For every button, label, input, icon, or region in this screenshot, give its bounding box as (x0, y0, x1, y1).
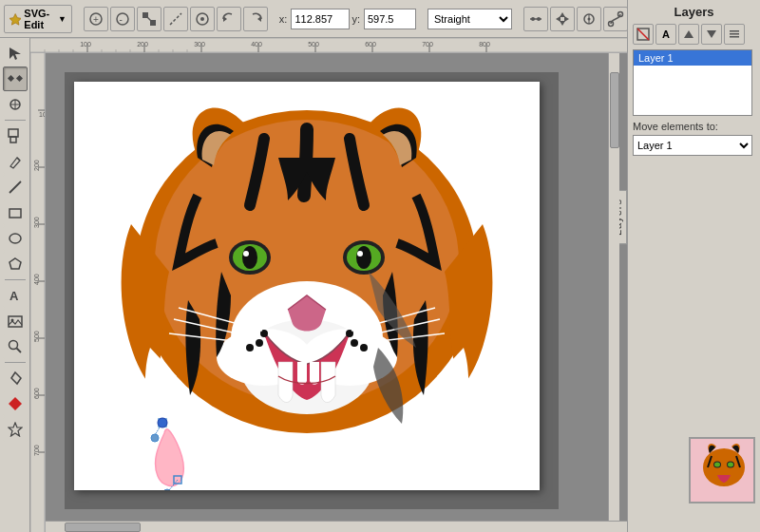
zoom-tool-btn[interactable] (3, 334, 28, 359)
select-tool-btn[interactable] (3, 41, 28, 66)
svg-text:300: 300 (194, 41, 205, 48)
polygon-btn[interactable] (3, 252, 28, 276)
layer-down-btn[interactable] (701, 24, 722, 45)
svg-rect-130 (730, 33, 739, 35)
svg-edit-logo-icon (10, 10, 21, 28)
segment-type-select[interactable]: Straight Curve Symmetric Auto-smooth (428, 9, 512, 29)
fill-color-btn[interactable] (3, 391, 28, 416)
redo-btn[interactable] (243, 7, 268, 31)
svg-point-101 (243, 251, 249, 256)
line-btn[interactable] (3, 175, 28, 200)
x-input[interactable] (291, 9, 350, 29)
v-scrollbar-thumb[interactable] (610, 72, 619, 148)
layers-toolbar: A (633, 24, 755, 45)
break-path-btn[interactable] (163, 7, 188, 31)
node-path-btn[interactable] (603, 7, 628, 31)
align-btn[interactable] (523, 7, 548, 31)
layers-panel-title: Layers (633, 5, 755, 19)
svg-text:700: 700 (422, 41, 433, 48)
svg-rect-26 (8, 75, 14, 82)
layer-up-btn[interactable] (678, 24, 699, 45)
svg-marker-37 (10, 258, 21, 269)
tweak-tool-btn[interactable] (3, 92, 28, 117)
svg-rect-32 (10, 137, 16, 142)
svg-text:300: 300 (33, 217, 40, 228)
y-input[interactable] (364, 9, 416, 29)
canvas-area[interactable] (46, 53, 627, 532)
svg-point-104 (356, 246, 371, 269)
canvas-thumbnail (689, 437, 755, 504)
layer-label-btn[interactable]: A (656, 24, 676, 45)
tool-sep-2 (5, 279, 26, 280)
x-label: x: (279, 13, 288, 25)
delete-node-btn[interactable]: - (110, 7, 135, 31)
svg-text:-: - (119, 14, 122, 25)
join-path-btn[interactable] (190, 7, 215, 31)
svg-marker-19 (564, 16, 569, 22)
svg-marker-25 (10, 48, 21, 60)
svg-point-110 (351, 339, 358, 347)
tiger-illustration (74, 82, 540, 490)
main-toolbar: SVG-Edit ▼ + - x: y: (0, 0, 627, 38)
zoom-view-btn[interactable] (3, 124, 28, 148)
svg-text:200: 200 (33, 160, 40, 171)
svg-marker-127 (684, 30, 694, 38)
transform-btn[interactable] (577, 7, 601, 31)
ruler-vertical: 100 200 300 400 500 600 700 (30, 53, 46, 532)
add-node-btn[interactable]: + (84, 7, 108, 31)
thumbnail-image (691, 439, 755, 504)
svg-text:200: 200 (137, 41, 148, 48)
svg-marker-18 (556, 16, 560, 22)
star-btn[interactable] (3, 417, 28, 442)
layer-item[interactable]: Layer 1 (634, 50, 751, 66)
right-panel: Layers A Layer 1 M (627, 0, 760, 532)
svg-marker-0 (10, 13, 21, 25)
svg-rect-74 (30, 53, 46, 532)
svg-rect-27 (15, 75, 22, 82)
image-btn[interactable] (3, 309, 28, 333)
tool-sep-3 (5, 362, 26, 363)
svg-text:600: 600 (33, 388, 40, 399)
layer-menu-btn[interactable] (724, 24, 745, 45)
svg-text:400: 400 (33, 274, 40, 285)
vertical-scrollbar[interactable] (608, 53, 619, 521)
app-menu-arrow[interactable]: ▼ (58, 14, 66, 24)
svg-point-14 (531, 17, 535, 21)
svg-line-126 (637, 28, 649, 40)
svg-point-135 (714, 463, 720, 467)
rect-btn[interactable] (3, 200, 28, 225)
canvas-document[interactable] (74, 82, 540, 490)
move-btn[interactable] (550, 7, 575, 31)
node-tool-btn[interactable] (137, 7, 162, 31)
svg-marker-44 (9, 397, 22, 410)
text-btn[interactable]: A (3, 283, 28, 308)
layers-panel: Layers A Layer 1 M (628, 0, 760, 161)
svg-rect-46 (30, 38, 627, 53)
horizontal-scrollbar[interactable] (46, 521, 627, 532)
svg-marker-12 (257, 16, 261, 22)
pencil-btn[interactable] (3, 149, 28, 174)
svg-line-8 (170, 13, 181, 25)
svg-point-41 (9, 341, 17, 350)
svg-marker-128 (707, 30, 716, 38)
undo-btn[interactable] (217, 7, 241, 31)
app-logo[interactable]: SVG-Edit ▼ (4, 5, 72, 33)
ellipse-btn[interactable] (3, 226, 28, 251)
move-to-layer-select[interactable]: Layer 1 (633, 135, 752, 156)
svg-marker-45 (9, 423, 22, 436)
svg-marker-43 (11, 372, 21, 384)
svg-line-7 (145, 15, 153, 23)
svg-text:500: 500 (33, 331, 40, 342)
eyedropper-btn[interactable] (3, 366, 28, 390)
svg-rect-31 (9, 129, 18, 137)
svg-point-100 (242, 246, 257, 269)
svg-rect-129 (730, 30, 739, 32)
app-logo-section: SVG-Edit ▼ (4, 5, 72, 33)
svg-point-36 (10, 234, 21, 243)
svg-line-33 (17, 158, 20, 161)
svg-text:700: 700 (33, 445, 40, 456)
h-scrollbar-thumb[interactable] (65, 522, 141, 532)
svg-rect-35 (10, 209, 21, 218)
node-edit-tool-btn[interactable] (3, 66, 28, 91)
layer-visibility-btn[interactable] (633, 24, 654, 45)
